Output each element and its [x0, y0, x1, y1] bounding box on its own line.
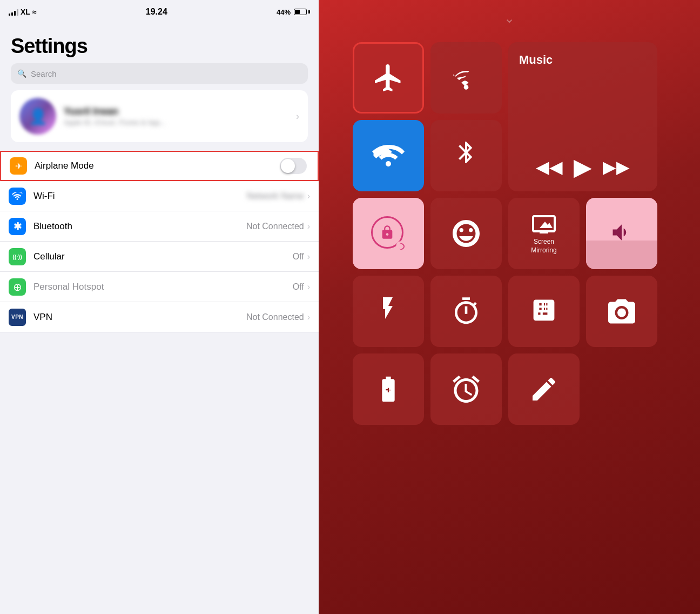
settings-panel: XL ≈ 19.24 44% Settings 🔍 Search 👤 Yusri…: [0, 0, 319, 614]
battery-percentage: 44%: [277, 8, 291, 16]
settings-item-vpn[interactable]: VPN VPN Not Connected ›: [0, 302, 319, 332]
hotspot-icon: ⊕: [9, 278, 26, 296]
settings-item-hotspot[interactable]: ⊕ Personal Hotspot Off ›: [0, 272, 319, 302]
vpn-icon: VPN: [9, 309, 26, 326]
airplane-mode-label: Airplane Mode: [35, 161, 280, 171]
hotspot-label: Personal Hotspot: [33, 282, 293, 292]
cc-row-4: [353, 353, 666, 425]
control-center-grid: Music ◀◀ ▶ ▶▶: [353, 42, 666, 425]
svg-point-1: [617, 309, 626, 317]
cc-volume-slider[interactable]: [586, 198, 657, 269]
cc-wifi-button[interactable]: [353, 120, 424, 191]
airplane-mode-icon: ✈: [10, 157, 27, 175]
cc-cellular-button[interactable]: [430, 42, 502, 114]
status-bar: XL ≈ 19.24 44%: [0, 0, 319, 24]
cellular-chevron-icon: ›: [307, 252, 310, 262]
vpn-label: VPN: [33, 312, 246, 323]
cc-do-not-disturb-button[interactable]: [430, 198, 502, 269]
profile-section[interactable]: 👤 Yusril Irwan Apple ID, iCloud, iTunes …: [11, 90, 308, 142]
profile-name: Yusril Irwan: [64, 106, 288, 117]
hotspot-value: Off: [293, 282, 304, 292]
cc-rotation-lock-button[interactable]: [353, 198, 424, 269]
vpn-text-label: VPN: [11, 314, 23, 320]
music-forward-button[interactable]: ▶▶: [603, 157, 630, 177]
cc-row-2: ScreenMirroring: [353, 198, 666, 269]
carrier-label: XL: [21, 8, 30, 16]
cellular-icon: ((·)): [9, 248, 26, 265]
settings-item-airplane[interactable]: ✈ Airplane Mode: [0, 151, 319, 181]
svg-point-0: [464, 85, 469, 90]
signal-bars-icon: [9, 8, 18, 16]
cc-notes-button[interactable]: [508, 353, 580, 425]
bluetooth-label: Bluetooth: [33, 221, 246, 232]
cc-airplane-button[interactable]: [353, 42, 424, 114]
bluetooth-icon: ✱: [9, 218, 26, 235]
cc-music-widget[interactable]: Music ◀◀ ▶ ▶▶: [508, 42, 657, 191]
control-center-panel: ⌄: [319, 0, 700, 614]
cc-row-1: Music ◀◀ ▶ ▶▶: [353, 42, 666, 191]
airplane-mode-toggle[interactable]: [280, 158, 307, 174]
avatar: 👤: [19, 98, 56, 135]
cc-screen-mirroring-button[interactable]: ScreenMirroring: [508, 198, 580, 269]
wifi-value: Network Name: [247, 191, 304, 201]
cellular-value: Off: [293, 252, 304, 262]
settings-item-wifi[interactable]: Wi-Fi Network Name ›: [0, 181, 319, 211]
cc-camera-button[interactable]: [586, 276, 657, 347]
bluetooth-chevron-icon: ›: [307, 222, 310, 231]
page-title: Settings: [11, 35, 308, 58]
cc-timer-button[interactable]: [430, 276, 502, 347]
profile-chevron-icon: ›: [296, 111, 299, 122]
cc-calculator-button[interactable]: [508, 276, 580, 347]
settings-list: ✈ Airplane Mode Wi-Fi Network Name › ✱ B…: [0, 151, 319, 614]
cc-battery-button[interactable]: [353, 353, 424, 425]
cc-row-3: [353, 276, 666, 347]
music-controls: ◀◀ ▶ ▶▶: [519, 153, 647, 181]
cc-flashlight-button[interactable]: [353, 276, 424, 347]
profile-subtitle: Apple ID, iCloud, iTunes & App...: [64, 118, 288, 126]
wifi-chevron-icon: ›: [307, 191, 310, 201]
cellular-label: Cellular: [33, 251, 293, 262]
cc-bluetooth-button[interactable]: [430, 120, 502, 191]
search-placeholder: Search: [31, 69, 57, 78]
status-left: XL ≈: [9, 8, 37, 16]
settings-item-bluetooth[interactable]: ✱ Bluetooth Not Connected ›: [0, 211, 319, 242]
music-rewind-button[interactable]: ◀◀: [536, 157, 563, 177]
screen-mirroring-label: ScreenMirroring: [531, 238, 556, 255]
music-play-button[interactable]: ▶: [574, 153, 592, 181]
settings-title-area: Settings: [0, 24, 319, 63]
battery-icon: [294, 9, 310, 15]
hotspot-chevron-icon: ›: [307, 282, 310, 292]
settings-item-cellular[interactable]: ((·)) Cellular Off ›: [0, 242, 319, 272]
wifi-status-icon: ≈: [32, 8, 37, 16]
cc-alarm-button[interactable]: [430, 353, 502, 425]
dismiss-chevron-icon[interactable]: ⌄: [504, 11, 515, 26]
music-label: Music: [519, 53, 553, 67]
vpn-chevron-icon: ›: [307, 312, 310, 322]
bluetooth-value: Not Connected: [246, 222, 304, 231]
wifi-label: Wi-Fi: [33, 191, 247, 202]
time-display: 19.24: [146, 7, 167, 17]
search-bar[interactable]: 🔍 Search: [11, 63, 308, 84]
search-icon: 🔍: [17, 69, 26, 78]
profile-info: Yusril Irwan Apple ID, iCloud, iTunes & …: [64, 106, 288, 126]
vpn-value: Not Connected: [246, 312, 304, 322]
wifi-icon: [9, 188, 26, 205]
status-right: 44%: [277, 8, 310, 16]
